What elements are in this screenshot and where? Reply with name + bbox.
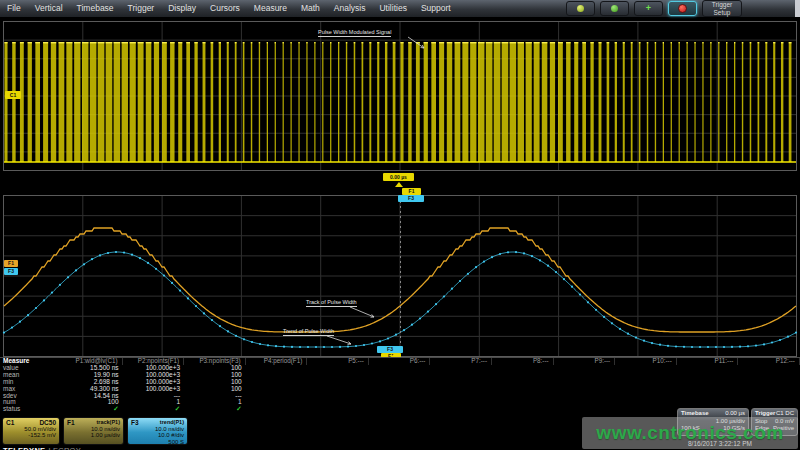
measure-cell: --- (184, 393, 246, 400)
brand-lecroy: LECROY (48, 446, 81, 450)
measure-column-header[interactable]: P12:--- (738, 358, 800, 365)
menu-display[interactable]: Display (161, 0, 203, 17)
measure-column-p11: P11:--- (677, 358, 739, 414)
trace-f3-descriptor[interactable]: F3trend(P1) 10.0 ns/div 10.0 #/div 500 S (127, 417, 188, 445)
f3-position-tag[interactable]: F3 (398, 195, 424, 202)
window-edge (795, 0, 800, 17)
menu-analysis[interactable]: Analysis (327, 0, 373, 17)
c1-offset: -152.5 mV (6, 432, 56, 438)
circle-icon (577, 5, 584, 12)
measure-table: MeasurevaluemeanminmaxsdevnumstatusP1:wi… (0, 357, 800, 414)
f3-name: F3 (131, 419, 139, 426)
menu-vertical[interactable]: Vertical (28, 0, 70, 17)
measure-column-p1: P1:wid@lv(C1)15.500 ns19.90 ns2.698 ns49… (61, 358, 123, 414)
measure-column-header[interactable]: P5:--- (307, 358, 369, 365)
f3-offset-marker[interactable]: F3 (4, 268, 18, 275)
measure-cell: --- (123, 393, 185, 400)
measure-column-p7: P7:--- (430, 358, 492, 414)
trigger-setup-label-line2: Setup (703, 9, 741, 17)
oscilloscope-app: File Vertical Timebase Trigger Display C… (0, 0, 800, 450)
toolbar-button-3[interactable]: + (634, 1, 663, 16)
menu-file[interactable]: File (0, 0, 28, 17)
measure-column-header[interactable]: P9:--- (554, 358, 616, 365)
menu-trigger[interactable]: Trigger (121, 0, 162, 17)
measure-column-header[interactable]: P8:--- (492, 358, 554, 365)
measure-column-header[interactable]: P10:--- (615, 358, 677, 365)
brand-teledyne: TELEDYNE (3, 446, 45, 450)
f1-position-tag[interactable]: F1 (402, 188, 421, 195)
measure-column-p9: P9:--- (554, 358, 616, 414)
c1-coupling-badge: DC50 (39, 419, 56, 426)
green-dot-icon (611, 5, 618, 12)
menu-measure[interactable]: Measure (247, 0, 294, 17)
f1-offset-marker[interactable]: F1 (4, 260, 18, 267)
menu-timebase[interactable]: Timebase (70, 0, 121, 17)
toolbar: + Trigger Setup (566, 1, 742, 16)
toolbar-button-1[interactable] (566, 1, 595, 16)
f1-name: F1 (67, 419, 75, 426)
measure-column-p2: P2:npoints(F1)100.000e+3100.000e+3100.00… (123, 358, 185, 414)
measure-column-p3: P3:npoints(F3)100100100100---1✓ (184, 358, 246, 414)
channel-c1-descriptor[interactable]: C1DC50 50.0 mV/div -152.5 mV (2, 417, 60, 445)
measure-column-p12: P12:--- (738, 358, 800, 414)
clock-timestamp: 8/16/2017 3:22:12 PM (688, 440, 752, 447)
menu-utilities[interactable]: Utilities (372, 0, 413, 17)
c1-offset-marker[interactable]: C1 (5, 91, 21, 99)
pwm-signal-label: Pulse Width Modulated Signal (318, 29, 391, 37)
plus-icon: + (646, 4, 651, 13)
measure-column-header[interactable]: P7:--- (430, 358, 492, 365)
menu-support[interactable]: Support (414, 0, 458, 17)
track-label: Track of Pulse Width (306, 299, 357, 307)
f3-samples: 500 S (131, 439, 184, 445)
menu-cursors[interactable]: Cursors (203, 0, 247, 17)
measure-column-header[interactable]: P4:period(F1) (246, 358, 308, 365)
measure-column-p5: P5:--- (307, 358, 369, 414)
trigger-setup-button[interactable]: Trigger Setup (702, 0, 742, 17)
measure-column-p8: P8:--- (492, 358, 554, 414)
menu-math[interactable]: Math (294, 0, 327, 17)
record-icon (678, 4, 687, 13)
toolbar-button-2[interactable] (600, 1, 629, 16)
measure-column-p4: P4:period(F1) (246, 358, 308, 414)
trend-label: Trend of Pulse Width (283, 328, 334, 336)
measure-column-header[interactable]: P6:--- (369, 358, 431, 365)
toolbar-button-record[interactable] (668, 1, 697, 16)
trigger-position-marker[interactable] (395, 182, 403, 187)
f3-bottom-tag[interactable]: F3 (377, 346, 403, 353)
trigger-setup-label-line1: Trigger (703, 1, 741, 9)
measure-column-p6: P6:--- (369, 358, 431, 414)
f3-function-badge: trend(P1) (160, 419, 184, 426)
measure-row-labels: Measurevaluemeanminmaxsdevnumstatus (0, 358, 61, 414)
f1-function-badge: track(P1) (96, 419, 120, 426)
f1-hdiv: 1.00 µs/div (67, 432, 120, 438)
trigger-delay-tag[interactable]: 0.00 µs (383, 173, 414, 181)
c1-name: C1 (6, 419, 14, 426)
trace-f1-descriptor[interactable]: F1track(P1) 10.0 ns/div 1.00 µs/div (63, 417, 124, 445)
brand-logo: TELEDYNELECROY (3, 446, 81, 450)
measure-column-p10: P10:--- (615, 358, 677, 414)
measure-column-header[interactable]: P11:--- (677, 358, 739, 365)
